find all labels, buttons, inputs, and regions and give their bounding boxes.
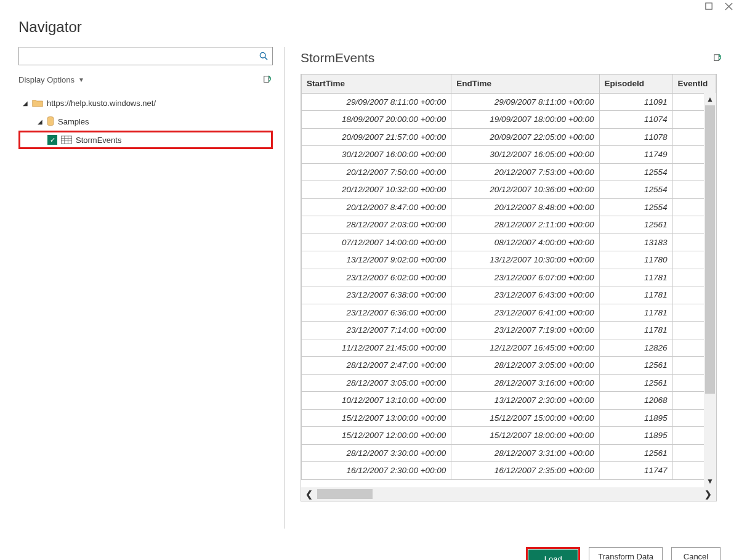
table-row[interactable]: 23/12/2007 6:36:00 +00:0023/12/2007 6:41…	[302, 304, 716, 322]
table-cell: 11078	[599, 128, 672, 146]
table-cell: 12068	[599, 392, 672, 410]
table-cell: 11781	[599, 304, 672, 322]
database-icon	[47, 116, 54, 126]
table-cell: 12561	[599, 357, 672, 375]
table-row[interactable]: 15/12/2007 13:00:00 +00:0015/12/2007 15:…	[302, 409, 716, 427]
vertical-scroll-thumb[interactable]	[705, 105, 715, 394]
table-cell: 12554	[599, 198, 672, 216]
table-cell: 11895	[599, 409, 672, 427]
scroll-down-icon[interactable]: ▼	[704, 475, 716, 487]
display-options-dropdown[interactable]: Display Options ▼	[18, 75, 84, 84]
table-cell: 28/12/2007 3:05:00 +00:00	[302, 374, 451, 392]
table-row[interactable]: 07/12/2007 14:00:00 +00:0008/12/2007 4:0…	[302, 233, 716, 251]
table-cell: 10/12/2007 13:10:00 +00:00	[302, 392, 451, 410]
scroll-left-icon[interactable]: ❮	[301, 487, 317, 501]
table-row[interactable]: 15/12/2007 12:00:00 +00:0015/12/2007 18:…	[302, 427, 716, 445]
table-cell: 13/12/2007 2:30:00 +00:00	[451, 392, 599, 410]
table-cell: 13/12/2007 9:02:00 +00:00	[302, 251, 451, 269]
horizontal-scrollbar[interactable]: ❮ ❯	[301, 487, 716, 501]
table-cell: 11074	[599, 111, 672, 129]
table-cell: 30/12/2007 16:05:00 +00:00	[451, 146, 599, 164]
load-button[interactable]: Load	[528, 550, 578, 560]
table-row[interactable]: 28/12/2007 3:30:00 +00:0028/12/2007 3:31…	[302, 444, 716, 462]
table-row[interactable]: 28/12/2007 2:03:00 +00:0028/12/2007 2:11…	[302, 216, 716, 234]
table-cell: 28/12/2007 2:03:00 +00:00	[302, 216, 451, 234]
table-header-row: StartTime EndTime EpisodeId EventId	[302, 75, 716, 93]
window-restore-icon[interactable]	[705, 2, 713, 10]
col-header-eventid[interactable]: EventId	[672, 75, 716, 93]
preview-table-container: StartTime EndTime EpisodeId EventId 29/0…	[301, 74, 717, 501]
search-input[interactable]	[23, 51, 259, 62]
table-row[interactable]: 20/09/2007 21:57:00 +00:0020/09/2007 22:…	[302, 128, 716, 146]
col-header-endtime[interactable]: EndTime	[451, 75, 599, 93]
table-cell: 28/12/2007 3:05:00 +00:00	[451, 357, 599, 375]
preview-table: StartTime EndTime EpisodeId EventId 29/0…	[301, 75, 716, 480]
table-row[interactable]: 28/12/2007 3:05:00 +00:0028/12/2007 3:16…	[302, 374, 716, 392]
tree-database-label: Samples	[58, 117, 89, 126]
table-row[interactable]: 20/12/2007 10:32:00 +00:0020/12/2007 10:…	[302, 181, 716, 199]
table-row[interactable]: 13/12/2007 9:02:00 +00:0013/12/2007 10:3…	[302, 251, 716, 269]
table-cell: 15/12/2007 13:00:00 +00:00	[302, 409, 451, 427]
table-cell: 23/12/2007 6:02:00 +00:00	[302, 269, 451, 286]
tree-root-label: https://help.kusto.windows.net/	[47, 99, 156, 108]
table-cell: 13/12/2007 10:30:00 +00:00	[451, 251, 599, 269]
table-row[interactable]: 23/12/2007 6:02:00 +00:0023/12/2007 6:07…	[302, 269, 716, 286]
table-cell: 11781	[599, 286, 672, 304]
table-cell: 23/12/2007 6:38:00 +00:00	[302, 286, 451, 304]
table-row[interactable]: 23/12/2007 7:14:00 +00:0023/12/2007 7:19…	[302, 322, 716, 339]
table-cell: 29/09/2007 8:11:00 +00:00	[302, 93, 451, 111]
table-row[interactable]: 23/12/2007 6:38:00 +00:0023/12/2007 6:43…	[302, 286, 716, 304]
col-header-episodeid[interactable]: EpisodeId	[599, 75, 672, 93]
table-row[interactable]: 30/12/2007 16:00:00 +00:0030/12/2007 16:…	[302, 146, 716, 164]
table-row[interactable]: 11/12/2007 21:45:00 +00:0012/12/2007 16:…	[302, 339, 716, 357]
tree-root[interactable]: ◢ https://help.kusto.windows.net/	[18, 94, 273, 112]
table-cell: 20/09/2007 21:57:00 +00:00	[302, 128, 451, 146]
expand-caret-icon[interactable]: ◢	[22, 100, 28, 107]
table-row[interactable]: 20/12/2007 7:50:00 +00:0020/12/2007 7:53…	[302, 163, 716, 181]
table-cell: 20/12/2007 10:32:00 +00:00	[302, 181, 451, 199]
table-cell: 12826	[599, 339, 672, 357]
table-cell: 18/09/2007 20:00:00 +00:00	[302, 111, 451, 129]
table-row[interactable]: 10/12/2007 13:10:00 +00:0013/12/2007 2:3…	[302, 392, 716, 410]
table-cell: 28/12/2007 2:47:00 +00:00	[302, 357, 451, 375]
table-checkbox[interactable]: ✓	[47, 135, 57, 145]
window-close-icon[interactable]	[724, 2, 733, 10]
expand-caret-icon[interactable]: ◢	[37, 118, 43, 125]
svg-rect-0	[706, 3, 712, 9]
table-row[interactable]: 20/12/2007 8:47:00 +00:0020/12/2007 8:48…	[302, 198, 716, 216]
table-cell: 30/12/2007 16:00:00 +00:00	[302, 146, 451, 164]
table-cell: 15/12/2007 18:00:00 +00:00	[451, 427, 599, 445]
scroll-up-icon[interactable]: ▲	[704, 93, 716, 105]
table-cell: 11749	[599, 146, 672, 164]
caret-down-icon: ▼	[78, 76, 84, 83]
table-icon	[61, 136, 72, 144]
table-cell: 11895	[599, 427, 672, 445]
horizontal-scroll-thumb[interactable]	[317, 489, 373, 499]
table-cell: 12561	[599, 444, 672, 462]
table-cell: 15/12/2007 12:00:00 +00:00	[302, 427, 451, 445]
search-icon[interactable]	[259, 51, 269, 61]
table-row[interactable]: 18/09/2007 20:00:00 +00:0019/09/2007 18:…	[302, 111, 716, 129]
tree-table-label: StormEvents	[76, 136, 121, 145]
table-cell: 20/12/2007 7:50:00 +00:00	[302, 163, 451, 181]
tree-database[interactable]: ◢ Samples	[18, 112, 273, 131]
table-cell: 28/12/2007 2:11:00 +00:00	[451, 216, 599, 234]
search-box[interactable]	[18, 47, 273, 65]
table-row[interactable]: 29/09/2007 8:11:00 +00:0029/09/2007 8:11…	[302, 93, 716, 111]
table-cell: 12561	[599, 374, 672, 392]
vertical-scrollbar[interactable]: ▲ ▼	[704, 93, 716, 487]
refresh-preview-icon[interactable]	[712, 52, 723, 63]
table-cell: 20/09/2007 22:05:00 +00:00	[451, 128, 599, 146]
display-options-label: Display Options	[18, 75, 75, 84]
tree-table-stormevents[interactable]: ✓ StormEvents	[18, 131, 273, 149]
scroll-right-icon[interactable]: ❯	[700, 487, 716, 501]
table-row[interactable]: 16/12/2007 2:30:00 +00:0016/12/2007 2:35…	[302, 462, 716, 480]
table-cell: 12554	[599, 163, 672, 181]
table-row[interactable]: 28/12/2007 2:47:00 +00:0028/12/2007 3:05…	[302, 357, 716, 375]
transform-data-button[interactable]: Transform Data	[589, 547, 663, 560]
table-cell: 20/12/2007 8:48:00 +00:00	[451, 198, 599, 216]
col-header-starttime[interactable]: StartTime	[302, 75, 451, 93]
refresh-tree-icon[interactable]	[262, 74, 273, 85]
table-cell: 23/12/2007 6:36:00 +00:00	[302, 304, 451, 322]
cancel-button[interactable]: Cancel	[671, 547, 721, 560]
